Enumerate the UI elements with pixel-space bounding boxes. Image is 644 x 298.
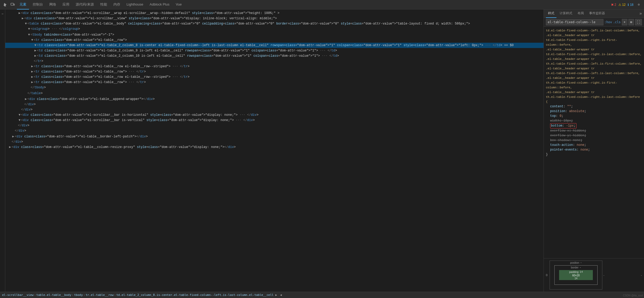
tab-performance[interactable]: 性能 — [98, 0, 110, 9]
padding-bottom-value: 14 — [575, 277, 578, 280]
styles-property[interactable]: pointer-events: none; — [546, 147, 642, 152]
tab-console[interactable]: 控制台 — [30, 0, 46, 9]
dom-line[interactable]: ▼<tbody tabindex=class="dom-attr-value">… — [5, 32, 544, 37]
tab-network[interactable]: 网络 — [47, 0, 59, 9]
styles-property[interactable]: box-shadow: none; — [546, 138, 642, 143]
breadcrumb-item[interactable]: tbody — [74, 293, 83, 297]
breadcrumb-item[interactable]: table.el-table__body — [36, 293, 71, 297]
devtools-toolbar: 元素 控制台 网络 应用 源代码/来源 性能 内存 Lighthouse Adb… — [0, 0, 644, 9]
device-icon[interactable] — [9, 2, 16, 8]
dom-line[interactable]: ▶<tr class=class="dom-attr-value">"el-ta… — [5, 80, 544, 85]
more-tabs-icon[interactable]: » — [639, 11, 642, 16]
pseudo-cls[interactable]: .cls — [613, 20, 621, 24]
dom-line[interactable]: ▼<table class=class="dom-attr-value">"el… — [5, 21, 544, 26]
dom-line[interactable]: ▼<tr class=class="dom-attr-value">"el-ta… — [5, 37, 544, 43]
main-area: ⋯ ▶<div class=class="dom-attr-value">"el… — [0, 9, 644, 292]
boxmodel-zero-right: - — [641, 273, 642, 277]
dom-line[interactable]: ▶<div class=class="dom-attr-value">"el-t… — [5, 97, 544, 102]
dom-line[interactable]: ▼<td class=class="dom-attr-value">"el-ta… — [5, 43, 544, 48]
dom-line[interactable]: </div> — [5, 139, 544, 145]
styles-property[interactable]: touch-action: none; — [546, 143, 642, 147]
tab-layout[interactable]: 布局 — [575, 9, 586, 18]
border-value: - — [580, 266, 581, 269]
svg-rect-0 — [11, 3, 13, 5]
styles-property[interactable]: overflow-y: hidden; — [546, 133, 642, 138]
styles-property[interactable]: width: 10px; — [546, 118, 642, 123]
info-badge[interactable]: ℹ 18 — [628, 3, 633, 7]
dom-line[interactable]: </table> — [5, 91, 544, 96]
error-badge[interactable]: ✖ 2 — [611, 3, 616, 7]
dom-line[interactable]: ▶<div class=class="dom-attr-value">"el-t… — [5, 134, 544, 139]
boxmodel-zero-label: 0 — [546, 273, 547, 277]
three-dots-icon[interactable]: ⋯ — [0, 12, 5, 16]
styles-property[interactable]: bottom: -1px; — [546, 123, 642, 128]
breadcrumb: el-scrollbar__view › table.el-table__bod… — [0, 292, 644, 298]
tab-computed[interactable]: 计算样式 — [558, 9, 574, 18]
breadcrumb-item[interactable]: td.el-table_2_column_8.is-center.el-tabl… — [116, 293, 273, 297]
padding-value: 14 — [580, 271, 583, 273]
styles-property[interactable]: position: absolute; — [546, 109, 642, 114]
tab-application[interactable]: 应用 — [60, 0, 72, 9]
dom-line[interactable]: </tbody> — [5, 85, 544, 90]
selector-row: :hov .cls + ⊞ ⛶ — [544, 18, 644, 27]
dom-line[interactable]: ▼<div class=class="dom-attr-value">"el-s… — [5, 118, 544, 123]
styles-property[interactable]: content: ""; — [546, 104, 642, 109]
dom-line[interactable]: ▶<tr class=class="dom-attr-value">"el-ta… — [5, 74, 544, 80]
dom-line[interactable]: ▶<div class=class="dom-attr-value">"el-s… — [5, 16, 544, 21]
breadcrumb-item[interactable]: tr.el-table__row — [86, 293, 114, 297]
tab-memory[interactable]: 内存 — [111, 0, 123, 9]
styles-property[interactable]: top: 0; — [546, 114, 642, 118]
add-style-btn[interactable]: + — [622, 19, 627, 25]
dom-line[interactable]: ▼<colgroup> ··· </colgroup> — [5, 26, 544, 32]
dom-panel[interactable]: ▶<div class=class="dom-attr-value">"el-s… — [5, 9, 544, 292]
border-label: border — [571, 266, 579, 269]
dom-line[interactable]: ▼<div class=class="dom-attr-value">"el-s… — [5, 112, 544, 118]
styles-tabs: 样式 计算样式 布局 事件监听器 » — [544, 9, 644, 18]
styles-panel: 样式 计算样式 布局 事件监听器 » :hov .cls + ⊞ ⛶ td.el… — [544, 9, 644, 292]
tab-vue[interactable]: Vue — [173, 0, 184, 9]
inspect-icon[interactable] — [2, 2, 8, 8]
settings-icon[interactable]: ⚙ — [636, 2, 642, 8]
toolbar-right: ✖ 2 ⚠ 12 ℹ 18 ⚙ — [611, 2, 642, 8]
svg-rect-1 — [14, 4, 15, 5]
selector-input[interactable] — [546, 19, 603, 25]
dom-line[interactable]: ▶<td class=class="dom-attr-value">"el-ta… — [5, 53, 544, 59]
content-size: 60×20 — [572, 274, 580, 277]
position-label: position — [570, 261, 579, 264]
tab-event-listeners[interactable]: 事件监听器 — [587, 9, 607, 18]
position-value: - — [580, 261, 582, 264]
dom-line[interactable]: ▶<tr class=class="dom-attr-value">"el-ta… — [5, 69, 544, 74]
padding-label: padding — [569, 271, 579, 273]
warning-badge[interactable]: ⚠ 12 — [618, 3, 626, 7]
inspect-style-btn[interactable]: ⊞ — [628, 19, 634, 25]
dom-line[interactable]: </div> — [5, 102, 544, 107]
breadcrumb-forward-icon[interactable]: ▶ — [274, 293, 278, 297]
dom-line[interactable]: </div> — [5, 128, 544, 133]
tab-styles[interactable]: 样式 — [546, 9, 556, 18]
tab-elements[interactable]: 元素 — [17, 0, 29, 9]
breadcrumb-item[interactable]: el-scrollbar__view — [2, 293, 33, 297]
styles-rule: td.el-table-fixed-column--left.is-last-c… — [544, 28, 644, 157]
dom-line[interactable]: ▶<tr class=class="dom-attr-value">"el-ta… — [5, 64, 544, 69]
dom-line[interactable]: ▶<div class=class="dom-attr-value">"el-t… — [5, 145, 544, 150]
margin-right-label: - — [603, 274, 604, 277]
dom-line[interactable]: </tr> — [5, 59, 544, 64]
watermark: CSDN @ita_soul — [623, 294, 643, 297]
styles-content: td.el-table-fixed-column--left.is-last-c… — [544, 27, 644, 258]
tab-adblock[interactable]: Adblock Plus — [147, 0, 172, 9]
dom-line[interactable]: ▶<td class=class="dom-attr-value">"el-ta… — [5, 48, 544, 53]
fullscreen-style-btn[interactable]: ⛶ — [635, 19, 642, 25]
dom-line[interactable]: ▶<div class=class="dom-attr-value">"el-s… — [5, 11, 544, 16]
tab-lighthouse[interactable]: Lighthouse — [124, 0, 146, 9]
tab-sources[interactable]: 源代码/来源 — [73, 0, 97, 9]
styles-property[interactable]: overflow-x: hidden; — [546, 128, 642, 133]
dom-line[interactable]: </div> — [5, 107, 544, 112]
pseudo-hov[interactable]: :hov — [604, 20, 612, 24]
breadcrumb-back-icon[interactable]: ◀ — [279, 293, 283, 297]
dom-line[interactable]: </div> — [5, 123, 544, 128]
boxmodel-diagram: position - border - padding 14 — [550, 261, 602, 290]
boxmodel-section: 0 position - border - — [544, 258, 644, 292]
